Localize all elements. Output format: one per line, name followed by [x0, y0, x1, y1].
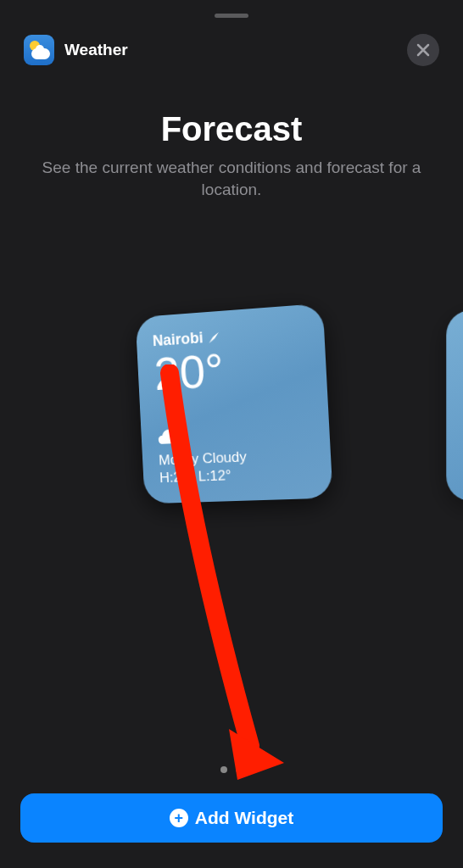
app-title: Weather — [64, 41, 128, 59]
widget-preview-area[interactable]: Nairobi 20° Mostly Cloudy H:21° L:12° — [0, 310, 463, 501]
widget-temperature: 20° — [153, 337, 310, 401]
weather-widget-preview: Nairobi 20° Mostly Cloudy H:21° L:12° — [135, 303, 332, 504]
add-widget-label: Add Widget — [195, 808, 293, 828]
title-section: Forecast See the current weather conditi… — [0, 66, 463, 200]
header-left: Weather — [24, 35, 128, 65]
page-subtitle: See the current weather conditions and f… — [24, 157, 439, 200]
header: Weather — [0, 0, 463, 66]
cloud-icon — [157, 428, 181, 446]
page-title: Forecast — [24, 110, 439, 148]
close-icon — [416, 43, 430, 57]
page-dot-2 — [236, 766, 243, 773]
weather-app-icon — [24, 35, 54, 65]
next-widget-preview-peek[interactable] — [446, 310, 463, 502]
widget-bottom: Mostly Cloudy H:21° L:12° — [157, 422, 315, 487]
page-indicator[interactable] — [220, 766, 243, 773]
plus-circle-icon: + — [170, 809, 188, 827]
page-dot-1 — [220, 766, 227, 773]
sheet-grabber[interactable] — [215, 14, 248, 18]
close-button[interactable] — [407, 34, 439, 66]
add-widget-button[interactable]: + Add Widget — [20, 793, 443, 843]
